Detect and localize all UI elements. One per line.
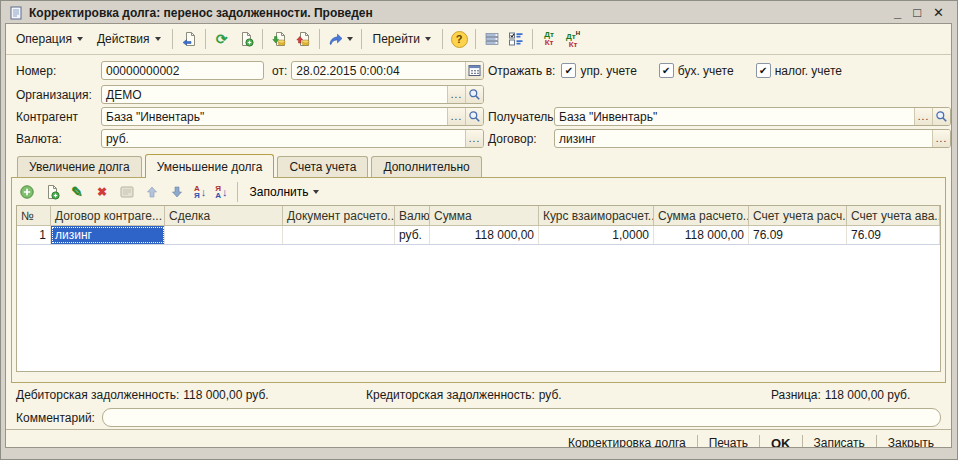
maximize-button[interactable]: □ [913, 6, 921, 19]
open-button[interactable] [932, 108, 950, 125]
cell-advance-account[interactable]: 76.09 [847, 226, 940, 244]
calendar-button[interactable] [465, 62, 483, 79]
checkbox-management-accounting[interactable]: ✔ упр. учете [561, 63, 636, 78]
select-button[interactable]: ... [447, 86, 465, 103]
column-header[interactable]: Валю... [395, 206, 430, 225]
selection-settings-button[interactable] [505, 28, 527, 50]
end-edit-button[interactable] [116, 181, 138, 203]
tab-debt-increase[interactable]: Увеличение долга [17, 156, 142, 177]
select-button[interactable]: ... [914, 108, 932, 125]
toolbar-separator [532, 29, 533, 49]
cell-contract-selected[interactable]: лизинг [51, 226, 165, 244]
column-header[interactable]: Договор контраге... [51, 206, 165, 225]
contract-input[interactable]: лизинг ... [554, 129, 951, 148]
window-content: Операция Действия ⟳ [5, 23, 952, 448]
ok-button[interactable]: OK [762, 434, 800, 449]
copy-row-button[interactable] [41, 181, 63, 203]
currency-value: руб. [102, 130, 465, 147]
toolbar-separator [262, 29, 263, 49]
column-header[interactable]: Документ расчето... [283, 206, 395, 225]
refresh-button[interactable]: ⟳ [211, 28, 233, 50]
sort-asc-button[interactable]: АЯ ↓ [191, 181, 209, 203]
cell-row-number[interactable]: 1 [17, 226, 51, 244]
chevron-down-icon [155, 37, 161, 41]
magnifier-icon [935, 110, 948, 123]
print-button[interactable]: Печать [700, 434, 757, 448]
column-header[interactable]: № [17, 206, 51, 225]
cell-exchange-rate[interactable]: 1,0000 [539, 226, 654, 244]
currency-input[interactable]: руб. ... [101, 129, 484, 148]
organization-input[interactable]: ДЕМО ... [101, 85, 484, 104]
tab-debt-decrease[interactable]: Уменьшение долга [145, 154, 275, 178]
dtkt-tax-icon: ДтНКт [566, 29, 580, 49]
actions-menu[interactable]: Действия [91, 30, 167, 48]
difference-value: 118 000,00 руб. [825, 388, 910, 402]
dtkt-tax-button[interactable]: ДтНКт [562, 28, 584, 50]
date-input[interactable]: 28.02.2015 0:00:04 [291, 61, 484, 80]
checkbox-book-accounting[interactable]: ✔ бух. учете [659, 63, 734, 78]
counterparty-input[interactable]: База "Инвентарь" ... [101, 107, 484, 126]
end-edit-icon [119, 184, 135, 200]
footer-separator [697, 435, 698, 448]
open-button[interactable] [465, 108, 483, 125]
comment-label: Комментарий: [16, 411, 98, 425]
cell-settlement-document[interactable] [283, 226, 395, 244]
reread-button[interactable] [178, 28, 200, 50]
close-window-button[interactable]: Закрыть [879, 434, 943, 448]
comment-input[interactable] [102, 408, 941, 427]
open-button[interactable] [465, 86, 483, 103]
dtkt-icon: ДтКт [544, 31, 554, 47]
help-button[interactable]: ? [448, 28, 470, 50]
cell-amount[interactable]: 118 000,00 [430, 226, 539, 244]
chevron-down-icon [313, 190, 319, 194]
fill-button[interactable]: Заполнить [244, 183, 326, 201]
delete-row-button[interactable]: ✖ [91, 181, 113, 203]
column-header[interactable]: Счет учета расч... [749, 206, 847, 225]
select-button[interactable]: ... [447, 108, 465, 125]
table-row[interactable]: 1 лизинг руб. 118 000,00 1,0000 118 000,… [17, 226, 940, 245]
chevron-down-icon [77, 37, 83, 41]
select-button[interactable]: ... [465, 130, 483, 147]
post-button[interactable] [268, 28, 290, 50]
toolbar-separator [475, 29, 476, 49]
select-button[interactable]: ... [932, 130, 950, 147]
column-header[interactable]: Курс взаиморасчет... [539, 206, 654, 225]
debt-correction-button[interactable]: Корректировка долга [559, 434, 695, 448]
column-header[interactable]: Счет учета ава... [847, 206, 940, 225]
goto-related-button[interactable] [325, 28, 356, 50]
column-header[interactable]: Сумма [430, 206, 539, 225]
credit-total-label: Кредиторская задолженность: [366, 388, 535, 402]
column-header[interactable]: Сумма расчето... [654, 206, 749, 225]
column-header[interactable]: Сделка [165, 206, 283, 225]
list-structure-icon [484, 31, 500, 47]
receiver-value: База "Инвентарь" [555, 108, 914, 125]
number-input[interactable]: 00000000002 [101, 61, 264, 80]
minimize-button[interactable]: _ [894, 6, 901, 19]
sort-desc-button[interactable]: ЯА ↓ [212, 181, 230, 203]
counterparty-value: База "Инвентарь" [102, 108, 447, 125]
operation-menu[interactable]: Операция [10, 30, 89, 48]
goto-menu[interactable]: Перейти [367, 30, 438, 48]
move-up-button[interactable] [141, 181, 163, 203]
copy-button[interactable] [235, 28, 257, 50]
move-down-button[interactable] [166, 181, 188, 203]
tab-additional[interactable]: Дополнительно [371, 156, 481, 177]
window-controls: _ □ ✕ [894, 6, 948, 19]
checkbox-tax-accounting[interactable]: ✔ налог. учете [756, 63, 842, 78]
cell-deal[interactable] [165, 226, 283, 244]
close-button[interactable]: ✕ [933, 6, 944, 19]
unpost-button[interactable] [292, 28, 314, 50]
receiver-input[interactable]: База "Инвентарь" ... [554, 107, 951, 126]
cell-settlement-amount[interactable]: 118 000,00 [654, 226, 749, 244]
list-settings-button[interactable] [481, 28, 503, 50]
edit-row-button[interactable]: ✎ [66, 181, 88, 203]
credit-total: Кредиторская задолженность:руб. [366, 388, 771, 402]
tab-accounts[interactable]: Счета учета [277, 156, 368, 177]
add-row-button[interactable] [16, 181, 38, 203]
toolbar-separator [361, 29, 362, 49]
dtkt-button[interactable]: ДтКт [538, 28, 560, 50]
cell-currency[interactable]: руб. [395, 226, 430, 244]
save-button[interactable]: Записать [805, 434, 874, 448]
pencil-icon: ✎ [71, 184, 83, 200]
cell-settlement-account[interactable]: 76.09 [749, 226, 847, 244]
